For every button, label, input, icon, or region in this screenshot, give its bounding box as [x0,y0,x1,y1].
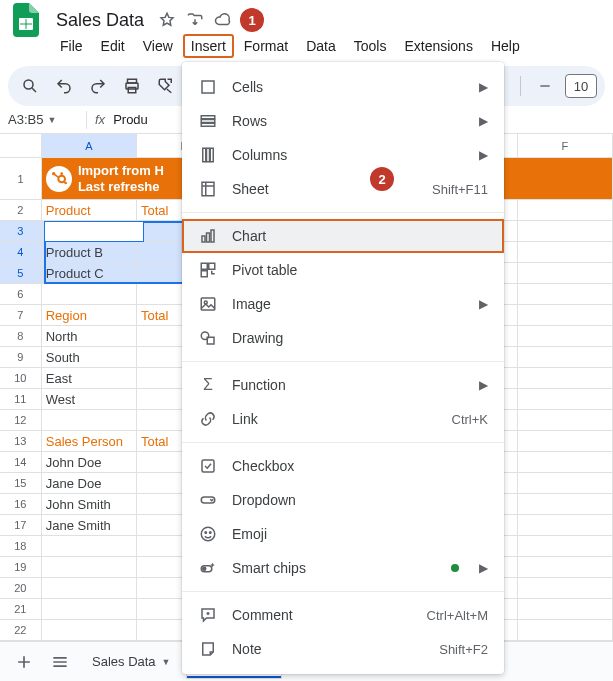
menu-drawing[interactable]: Drawing [182,321,504,355]
menu-sheet[interactable]: SheetShift+F11 [182,172,504,206]
redo-icon[interactable] [84,72,112,100]
row-header[interactable]: 14 [0,452,42,472]
row-header[interactable]: 5 [0,263,42,283]
add-sheet-button[interactable] [8,646,40,678]
cloud-status-icon[interactable] [212,9,234,31]
cell[interactable]: Product [42,200,137,220]
cell[interactable] [518,620,613,640]
column-header-f[interactable]: F [518,134,613,157]
zoom-input[interactable]: 10 [565,74,597,98]
row-header[interactable]: 22 [0,620,42,640]
cell[interactable]: North [42,326,137,346]
formula-bar[interactable]: Produ [113,112,148,127]
menu-view[interactable]: View [135,34,181,58]
minus-icon[interactable] [531,72,559,100]
cell[interactable]: Sales Person [42,431,137,451]
cell[interactable] [518,347,613,367]
menu-pivot-table[interactable]: Pivot table [182,253,504,287]
cell[interactable] [518,221,613,241]
name-box[interactable]: A3:B5▼ [8,112,78,127]
row-header[interactable]: 4 [0,242,42,262]
cell[interactable] [518,536,613,556]
menu-edit[interactable]: Edit [93,34,133,58]
cell[interactable]: Jane Smith [42,515,137,535]
cell[interactable]: South [42,347,137,367]
cell[interactable] [518,578,613,598]
menu-extensions[interactable]: Extensions [396,34,480,58]
menu-dropdown[interactable]: Dropdown [182,483,504,517]
column-header-a[interactable]: A [42,134,137,157]
menu-function[interactable]: ΣFunction▶ [182,368,504,402]
row-header[interactable]: 17 [0,515,42,535]
row-header[interactable]: 20 [0,578,42,598]
cell[interactable] [518,494,613,514]
row-header[interactable]: 6 [0,284,42,304]
cell[interactable]: John Smith [42,494,137,514]
row-header[interactable]: 15 [0,473,42,493]
row-header[interactable]: 7 [0,305,42,325]
menu-cells[interactable]: Cells▶ [182,70,504,104]
menu-rows[interactable]: Rows▶ [182,104,504,138]
cell[interactable]: East [42,368,137,388]
row-header[interactable]: 2 [0,200,42,220]
chevron-down-icon[interactable]: ▼ [162,657,171,667]
menu-link[interactable]: LinkCtrl+K [182,402,504,436]
menu-checkbox[interactable]: Checkbox [182,449,504,483]
row-header[interactable]: 19 [0,557,42,577]
cell[interactable] [518,389,613,409]
doc-name[interactable]: Sales Data [50,8,150,33]
all-sheets-button[interactable] [44,646,76,678]
row-header[interactable]: 18 [0,536,42,556]
row-header[interactable]: 3 [0,221,42,241]
cell[interactable] [42,557,137,577]
row-header[interactable]: 9 [0,347,42,367]
cell[interactable] [42,410,137,430]
cell[interactable] [518,305,613,325]
menu-emoji[interactable]: Emoji [182,517,504,551]
cell[interactable] [518,326,613,346]
cell[interactable] [42,578,137,598]
cell[interactable] [42,620,137,640]
row-header[interactable]: 16 [0,494,42,514]
menu-tools[interactable]: Tools [346,34,395,58]
menu-format[interactable]: Format [236,34,296,58]
cell[interactable] [518,263,613,283]
menu-help[interactable]: Help [483,34,528,58]
cell[interactable]: Region [42,305,137,325]
menu-columns[interactable]: Columns▶ [182,138,504,172]
cell[interactable] [518,242,613,262]
row-header[interactable]: 13 [0,431,42,451]
cell[interactable]: Jane Doe [42,473,137,493]
sheet-tab-sales-data[interactable]: Sales Data▼ [80,646,183,678]
row-header[interactable]: 11 [0,389,42,409]
menu-smart-chips[interactable]: Smart chips▶ [182,551,504,585]
cell[interactable] [518,557,613,577]
cell[interactable]: Product B [42,242,137,262]
sheets-logo[interactable] [8,2,44,38]
cell[interactable] [518,431,613,451]
cell[interactable] [518,200,613,220]
menu-chart[interactable]: Chart [182,219,504,253]
menu-insert[interactable]: Insert [183,34,234,58]
select-all-corner[interactable] [0,134,42,157]
cell[interactable] [518,410,613,430]
row-header[interactable]: 8 [0,326,42,346]
menu-comment[interactable]: CommentCtrl+Alt+M [182,598,504,632]
row-header[interactable]: 10 [0,368,42,388]
move-icon[interactable] [184,9,206,31]
star-icon[interactable] [156,9,178,31]
cell[interactable]: Product A [42,221,137,241]
cell[interactable]: John Doe [42,452,137,472]
cell[interactable] [518,599,613,619]
menu-data[interactable]: Data [298,34,344,58]
cell[interactable] [42,284,137,304]
search-icon[interactable] [16,72,44,100]
cell[interactable] [518,515,613,535]
row-header[interactable]: 12 [0,410,42,430]
menu-note[interactable]: NoteShift+F2 [182,632,504,666]
cell[interactable] [518,452,613,472]
menu-image[interactable]: Image▶ [182,287,504,321]
paint-format-icon[interactable] [152,72,180,100]
cell[interactable] [42,599,137,619]
row-header[interactable]: 21 [0,599,42,619]
